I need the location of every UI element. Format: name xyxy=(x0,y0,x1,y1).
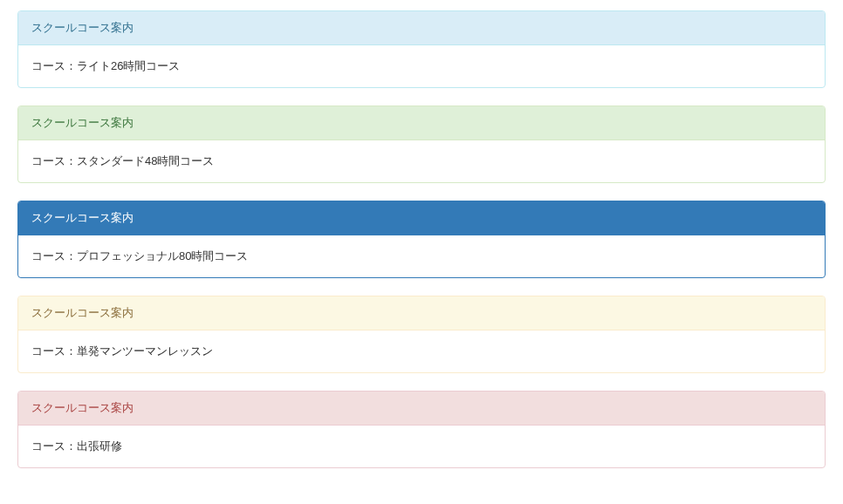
course-panel-success: スクールコース案内 コース：スタンダード48時間コース xyxy=(17,106,826,183)
panel-body: コース：出張研修 xyxy=(18,426,825,467)
panel-heading: スクールコース案内 xyxy=(18,392,825,426)
panel-body: コース：スタンダード48時間コース xyxy=(18,140,825,182)
course-panel-warning: スクールコース案内 コース：単発マンツーマンレッスン xyxy=(17,296,826,373)
panel-body: コース：ライト26時間コース xyxy=(18,45,825,87)
panel-heading: スクールコース案内 xyxy=(18,106,825,140)
course-panel-info: スクールコース案内 コース：ライト26時間コース xyxy=(17,10,826,88)
panel-body: コース：単発マンツーマンレッスン xyxy=(18,330,825,372)
course-panel-primary: スクールコース案内 コース：プロフェッショナル80時間コース xyxy=(17,201,826,278)
panel-heading: スクールコース案内 xyxy=(18,201,825,235)
panel-heading: スクールコース案内 xyxy=(18,296,825,330)
panel-heading: スクールコース案内 xyxy=(18,11,825,45)
course-panel-danger: スクールコース案内 コース：出張研修 xyxy=(17,391,826,468)
panel-body: コース：プロフェッショナル80時間コース xyxy=(18,235,825,277)
